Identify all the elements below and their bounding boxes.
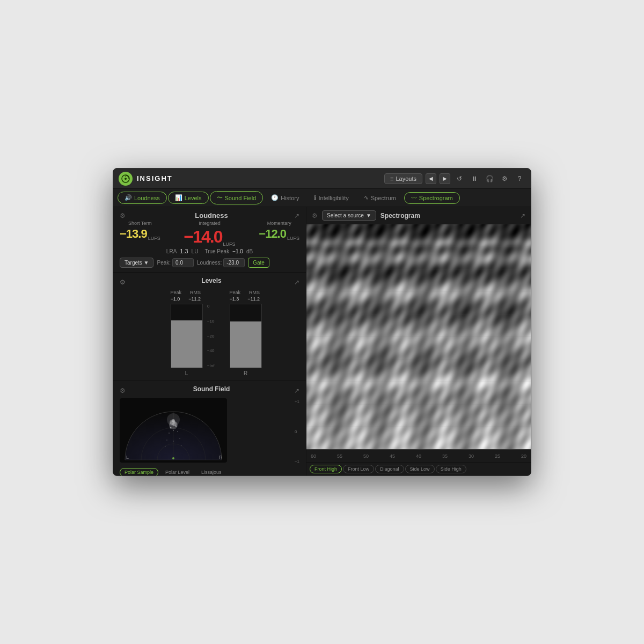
gate-button[interactable]: Gate (248, 258, 269, 268)
circle-i-icon: ℹ (314, 194, 316, 201)
svg-point-1 (125, 178, 127, 180)
tab-soundfield[interactable]: 〜 Sound Field (210, 191, 264, 204)
short-term-lufs: LUFS (148, 236, 160, 241)
pause-button[interactable]: ⏸ (469, 173, 480, 185)
svg-point-16 (173, 441, 174, 442)
tab-soundfield-label: Sound Field (225, 195, 257, 201)
db-label: dB (246, 248, 253, 254)
tab-bar: 🔊 Loudness 📊 Levels 〜 Sound Field 🕐 Hist… (113, 189, 531, 207)
true-peak-value: −1.0 (232, 248, 243, 254)
polar-sample-tab[interactable]: Polar Sample (120, 468, 158, 476)
side-high-label: Side High (441, 466, 462, 472)
svg-text:R: R (219, 455, 223, 460)
integrated-value: −14.0 (184, 227, 222, 247)
svg-text:L: L (126, 455, 129, 460)
soundfield-title: Sound Field (193, 385, 230, 393)
layouts-button[interactable]: ≡ Layouts (384, 173, 422, 184)
front-high-tab[interactable]: Front High (310, 465, 342, 473)
polar-display: L R (120, 398, 290, 465)
help-button[interactable]: ? (514, 173, 525, 185)
right-rms-value: −11.2 (247, 296, 260, 302)
svg-point-13 (177, 431, 178, 432)
spectrogram-display (306, 224, 531, 449)
momentary-value: −12.0 (259, 227, 286, 241)
front-low-tab[interactable]: Front Low (343, 465, 374, 473)
wave-icon: 〜 (217, 194, 223, 202)
menu-icon: ≡ (390, 175, 393, 182)
time-label-35: 35 (442, 453, 448, 459)
spectrum-icon: ∿ (364, 194, 369, 201)
app-logo (119, 172, 133, 186)
reset-button[interactable]: ↺ (453, 173, 465, 185)
side-low-tab[interactable]: Side Low (405, 465, 435, 473)
svg-point-9 (170, 427, 172, 429)
side-low-label: Side Low (410, 466, 430, 472)
soundfield-gear-icon[interactable]: ⚙ (120, 387, 126, 394)
soundfield-expand-icon[interactable]: ↗ (294, 387, 299, 394)
lu-label: LU (192, 248, 199, 254)
short-term-value: −13.9 (120, 227, 147, 241)
left-peak-value: −1.0 (171, 296, 180, 302)
loudness-field: Loudness: (197, 258, 245, 267)
spectrogram-gear-icon[interactable]: ⚙ (312, 212, 318, 219)
soundfield-scale: +1 0 −1 (295, 399, 299, 464)
left-rms-label: RMS (190, 290, 201, 295)
app-title: INSIGHT (137, 174, 384, 182)
tab-intelligibility[interactable]: ℹ Intelligibility (307, 192, 355, 204)
tab-history[interactable]: 🕐 History (264, 192, 306, 204)
diagonal-tab[interactable]: Diagonal (375, 465, 404, 473)
peak-input[interactable] (172, 258, 194, 267)
loudness-header: ⚙ Loudness ↗ (120, 211, 299, 219)
right-peak-value: −1.3 (230, 296, 239, 302)
spectrogram-expand-icon[interactable]: ↗ (520, 212, 525, 219)
svg-point-11 (173, 430, 174, 431)
svg-point-15 (179, 438, 180, 439)
title-bar: INSIGHT ≡ Layouts ◀ ▶ ↺ ⏸ 🎧 ⚙ ? (113, 169, 531, 189)
lra-label: LRA (166, 248, 177, 254)
svg-point-17 (165, 446, 166, 447)
tab-levels[interactable]: 📊 Levels (168, 192, 209, 204)
tab-levels-label: Levels (185, 195, 202, 201)
time-label-30: 30 (469, 453, 474, 459)
loudness-input[interactable] (223, 258, 245, 267)
polar-level-tab[interactable]: Polar Level (160, 468, 194, 476)
side-high-tab[interactable]: Side High (436, 465, 466, 473)
peak-field: Peak: (157, 258, 194, 267)
nav-prev-button[interactable]: ◀ (426, 173, 436, 184)
svg-point-12 (169, 433, 170, 434)
levels-gear-icon[interactable]: ⚙ (120, 279, 126, 286)
polar-level-label: Polar Level (165, 470, 189, 475)
svg-point-14 (166, 440, 167, 441)
levels-expand-icon[interactable]: ↗ (294, 279, 299, 286)
tab-loudness[interactable]: 🔊 Loudness (118, 192, 167, 204)
polar-sample-label: Polar Sample (125, 470, 153, 475)
layouts-label: Layouts (396, 175, 416, 182)
lissajous-tab[interactable]: Lissajous (196, 468, 226, 476)
soundfield-tabs: Polar Sample Polar Level Lissajous (120, 468, 299, 476)
headphone-button[interactable]: 🎧 (484, 173, 495, 185)
loudness-expand-icon[interactable]: ↗ (294, 212, 299, 219)
loudness-title: Loudness (129, 211, 294, 219)
loudness-gear-icon[interactable]: ⚙ (120, 212, 126, 219)
left-peak-label: Peak (171, 290, 182, 295)
left-channel-meter: Peak RMS −1.0 −11.2 0 (158, 290, 219, 376)
integrated-lufs: LUFS (223, 241, 235, 247)
levels-meters: Peak RMS −1.0 −11.2 0 (120, 290, 299, 376)
bar-chart-icon: 📊 (175, 194, 182, 201)
levels-section: ⚙ Levels ↗ Peak RMS −1.0 −11.2 (113, 273, 306, 381)
settings-button[interactable]: ⚙ (499, 173, 510, 185)
targets-dropdown[interactable]: Targets ▼ (120, 258, 153, 268)
title-controls: ≡ Layouts ◀ ▶ ↺ ⏸ 🎧 ⚙ ? (384, 173, 525, 185)
tab-spectrogram[interactable]: 〰 Spectrogram (404, 192, 460, 204)
tab-history-label: History (281, 195, 299, 201)
front-high-label: Front High (314, 466, 337, 472)
main-content: ⚙ Loudness ↗ Short Term −13.9 LUFS (113, 207, 531, 475)
soundfield-section: ⚙ Sound Field ↗ (113, 381, 306, 476)
nav-next-button[interactable]: ▶ (440, 173, 450, 184)
momentary-meter: Momentary −12.0 LUFS (259, 221, 299, 241)
source-dropdown[interactable]: Select a source ▼ (322, 210, 376, 221)
svg-point-19 (172, 457, 174, 459)
peak-label: Peak: (157, 260, 171, 266)
tab-spectrum[interactable]: ∿ Spectrum (357, 192, 403, 204)
front-low-label: Front Low (348, 466, 369, 472)
